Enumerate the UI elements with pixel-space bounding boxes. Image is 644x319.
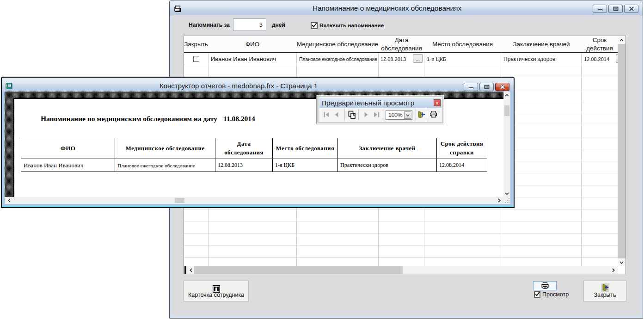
column-header-conclusion[interactable]: Заключение врачей [501, 36, 582, 52]
report-heading-text: Напоминание по медицинским обследованиям… [41, 115, 217, 123]
report-column-exam-date: Дата обследования [215, 138, 273, 159]
scroll-down-button[interactable] [503, 190, 510, 197]
next-page-icon[interactable] [364, 110, 368, 119]
cell-fio[interactable]: Иванов Иван Иванович [209, 53, 296, 65]
employee-card-label: Карточка сотрудника [184, 292, 248, 298]
preview-toolbar-close-button[interactable]: x [434, 99, 441, 106]
preview-horizontal-thumb[interactable] [175, 198, 184, 203]
close-window-button[interactable]: Закрыть [583, 281, 626, 301]
checkmark-icon [535, 292, 540, 297]
close-window-label: Закрыть [584, 292, 626, 298]
chevron-down-icon [406, 114, 410, 117]
report-preview-area: Напоминание по медицинским обследованиям… [5, 92, 503, 197]
last-page-icon[interactable] [373, 110, 380, 119]
report-column-exam: Медицинское обследование [115, 138, 215, 159]
preview-vertical-scrollbar[interactable] [503, 92, 510, 197]
grid-column-line [581, 53, 582, 267]
column-header-exam-date[interactable]: Дата обследования [379, 36, 424, 52]
employee-card-button[interactable]: Карточка сотрудника [184, 281, 249, 301]
days-label: дней [272, 22, 285, 28]
close-icon [500, 85, 505, 89]
enable-reminder-checkbox[interactable] [311, 22, 318, 29]
report-column-conclusion: Заключение врачей [337, 138, 437, 159]
chevron-up-icon [505, 94, 509, 97]
report-cell-exam: Плановое ежегодное обследование [115, 159, 215, 172]
resize-grip-icon [505, 198, 509, 203]
report-heading-date: 11.08.2014 [223, 115, 255, 123]
designer-titlebar[interactable]: Конструктор отчетов - medobnap.frx - Стр… [2, 78, 514, 92]
maximize-button[interactable] [479, 83, 494, 91]
grid-vertical-scrollbar[interactable] [618, 36, 626, 266]
minimize-button[interactable] [593, 5, 607, 13]
grid-horizontal-thumb[interactable] [194, 266, 403, 274]
toolbar-separator [383, 109, 383, 120]
toolbar-separator [416, 109, 416, 120]
column-header-close[interactable]: Закрыть [184, 36, 208, 52]
report-column-valid: Срок действия справки [436, 138, 487, 159]
row-close-checkbox[interactable] [193, 56, 199, 62]
copy-pages-icon[interactable] [348, 110, 356, 119]
designer-window-title: Конструктор отчетов - medobnap.frx - Стр… [2, 82, 475, 90]
close-button[interactable] [624, 5, 638, 13]
cell-exam-date[interactable]: 12.08.2013 [379, 53, 411, 65]
scroll-right-button[interactable] [610, 266, 617, 274]
scroll-up-button[interactable] [503, 92, 510, 98]
print-preview-icon[interactable] [429, 110, 437, 118]
minimize-button[interactable] [464, 83, 478, 91]
column-header-exam[interactable]: Медицинское обследование [297, 36, 378, 52]
exit-preview-icon[interactable] [417, 110, 425, 119]
report-designer-window: Конструктор отчетов - medobnap.frx - Стр… [1, 77, 515, 208]
report-cell-place: 1-я ЦКБ [272, 159, 338, 172]
report-cell-fio: Иванов Иван Иванович [21, 159, 115, 172]
cell-conclusion[interactable]: Практически здоров [501, 53, 582, 65]
close-button[interactable] [495, 83, 509, 91]
checkmark-icon [312, 23, 317, 28]
cell-place[interactable]: 1-я ЦКБ [424, 53, 501, 65]
preview-toolbar-buttons: 100% [319, 108, 442, 122]
preview-toolbar: Предварительный просмотр x [316, 95, 444, 124]
enable-reminder-label: Включить напоминание [319, 22, 384, 28]
previous-page-icon[interactable] [334, 110, 339, 119]
reminder-window-title: Напоминание о медицинских обследованиях [170, 4, 604, 12]
desktop: Напоминание о медицинских обследованиях … [0, 0, 644, 319]
report-cell-valid: 12.08.2014 [436, 159, 487, 172]
toolbar-separator [344, 109, 345, 120]
maximize-icon [484, 85, 489, 89]
report-heading: Напоминание по медицинским обследованиям… [41, 115, 255, 123]
grid-horizontal-scrollbar[interactable] [184, 266, 618, 274]
preview-vertical-thumb[interactable] [504, 105, 509, 116]
days-input[interactable] [233, 18, 266, 31]
report-cell-conclusion: Практически здоров [337, 159, 437, 172]
first-page-icon[interactable] [323, 110, 330, 119]
cell-exam[interactable]: Плановое ежегодное обследование [297, 53, 378, 65]
chevron-down-icon [619, 261, 624, 264]
preview-toolbar-titlebar[interactable]: Предварительный просмотр x [319, 98, 442, 108]
cell-valid-until[interactable]: 12.08.2014 [582, 53, 614, 65]
window-edge-highlight [2, 207, 514, 208]
exam-date-picker-button[interactable]: ... [413, 54, 423, 63]
maximize-button[interactable] [608, 5, 623, 13]
toolbar-separator [358, 109, 359, 120]
scroll-up-button[interactable] [618, 36, 626, 44]
column-header-fio[interactable]: ФИО [209, 36, 296, 52]
resize-corner[interactable] [503, 197, 510, 204]
zoom-dropdown-button[interactable] [404, 111, 411, 119]
preview-checkbox[interactable] [534, 291, 540, 298]
column-header-valid[interactable]: Срок действия [582, 36, 618, 52]
chevron-up-icon [619, 39, 624, 42]
column-header-place[interactable]: Место обследования [424, 36, 501, 52]
scroll-left-button[interactable] [6, 197, 12, 204]
preview-horizontal-scrollbar[interactable] [5, 197, 503, 204]
reminder-titlebar[interactable]: Напоминание о медицинских обследованиях [170, 0, 643, 16]
maximize-icon [613, 7, 618, 11]
scroll-down-button[interactable] [618, 258, 626, 266]
grid-header: Закрыть ФИО Медицинское обследование Дат… [184, 36, 618, 52]
zoom-combobox[interactable]: 100% [386, 110, 412, 120]
print-button[interactable] [533, 281, 557, 290]
scroll-left-button[interactable] [187, 266, 195, 274]
chevron-down-icon [505, 192, 509, 195]
report-column-fio: ФИО [21, 138, 115, 159]
scroll-right-button[interactable] [496, 197, 503, 204]
chevron-left-icon [8, 198, 11, 202]
report-table: ФИО Медицинское обследование Дата обслед… [21, 138, 487, 172]
